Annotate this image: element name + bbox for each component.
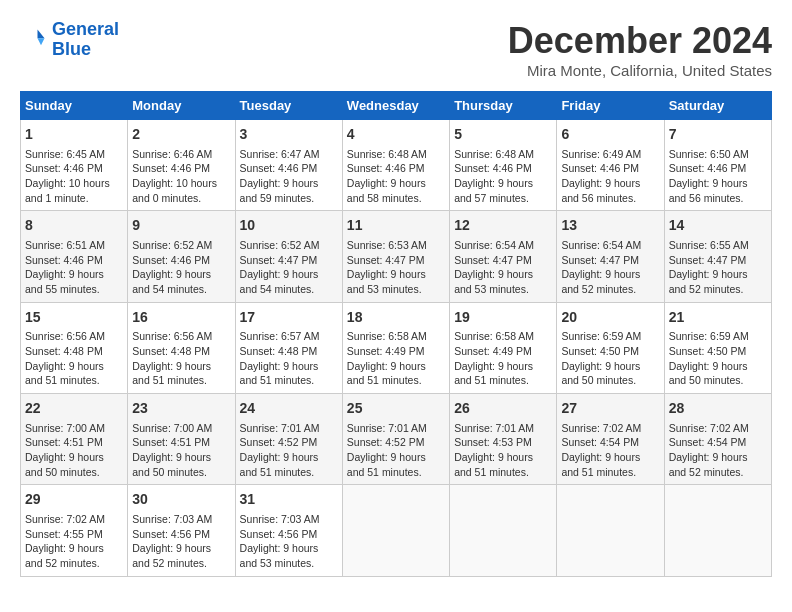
empty-cell xyxy=(557,485,664,576)
day-number: 4 xyxy=(347,125,445,145)
calendar-title: December 2024 xyxy=(508,20,772,62)
day-number: 23 xyxy=(132,399,230,419)
day-info: Sunrise: 7:02 AM Sunset: 4:55 PM Dayligh… xyxy=(25,512,123,571)
day-number: 12 xyxy=(454,216,552,236)
day-cell-24: 24Sunrise: 7:01 AM Sunset: 4:52 PM Dayli… xyxy=(235,394,342,485)
day-cell-26: 26Sunrise: 7:01 AM Sunset: 4:53 PM Dayli… xyxy=(450,394,557,485)
day-header-monday: Monday xyxy=(128,92,235,120)
day-number: 26 xyxy=(454,399,552,419)
day-info: Sunrise: 7:00 AM Sunset: 4:51 PM Dayligh… xyxy=(25,421,123,480)
day-info: Sunrise: 7:03 AM Sunset: 4:56 PM Dayligh… xyxy=(240,512,338,571)
day-header-tuesday: Tuesday xyxy=(235,92,342,120)
day-number: 1 xyxy=(25,125,123,145)
day-number: 27 xyxy=(561,399,659,419)
day-header-friday: Friday xyxy=(557,92,664,120)
logo-line2: Blue xyxy=(52,39,91,59)
day-info: Sunrise: 7:03 AM Sunset: 4:56 PM Dayligh… xyxy=(132,512,230,571)
day-cell-9: 9Sunrise: 6:52 AM Sunset: 4:46 PM Daylig… xyxy=(128,211,235,302)
svg-marker-2 xyxy=(38,38,45,45)
logo-icon xyxy=(20,26,48,54)
day-cell-8: 8Sunrise: 6:51 AM Sunset: 4:46 PM Daylig… xyxy=(21,211,128,302)
day-cell-5: 5Sunrise: 6:48 AM Sunset: 4:46 PM Daylig… xyxy=(450,120,557,211)
day-info: Sunrise: 6:58 AM Sunset: 4:49 PM Dayligh… xyxy=(347,329,445,388)
day-number: 6 xyxy=(561,125,659,145)
day-info: Sunrise: 7:00 AM Sunset: 4:51 PM Dayligh… xyxy=(132,421,230,480)
day-info: Sunrise: 6:56 AM Sunset: 4:48 PM Dayligh… xyxy=(25,329,123,388)
day-number: 7 xyxy=(669,125,767,145)
day-info: Sunrise: 6:57 AM Sunset: 4:48 PM Dayligh… xyxy=(240,329,338,388)
day-number: 22 xyxy=(25,399,123,419)
day-info: Sunrise: 6:51 AM Sunset: 4:46 PM Dayligh… xyxy=(25,238,123,297)
day-number: 3 xyxy=(240,125,338,145)
logo-text: General Blue xyxy=(52,20,119,60)
day-info: Sunrise: 6:59 AM Sunset: 4:50 PM Dayligh… xyxy=(561,329,659,388)
day-number: 13 xyxy=(561,216,659,236)
day-cell-31: 31Sunrise: 7:03 AM Sunset: 4:56 PM Dayli… xyxy=(235,485,342,576)
day-header-sunday: Sunday xyxy=(21,92,128,120)
day-info: Sunrise: 6:48 AM Sunset: 4:46 PM Dayligh… xyxy=(454,147,552,206)
day-info: Sunrise: 6:56 AM Sunset: 4:48 PM Dayligh… xyxy=(132,329,230,388)
day-cell-6: 6Sunrise: 6:49 AM Sunset: 4:46 PM Daylig… xyxy=(557,120,664,211)
week-row-5: 29Sunrise: 7:02 AM Sunset: 4:55 PM Dayli… xyxy=(21,485,772,576)
day-number: 2 xyxy=(132,125,230,145)
day-cell-17: 17Sunrise: 6:57 AM Sunset: 4:48 PM Dayli… xyxy=(235,302,342,393)
day-number: 10 xyxy=(240,216,338,236)
day-number: 11 xyxy=(347,216,445,236)
week-row-2: 8Sunrise: 6:51 AM Sunset: 4:46 PM Daylig… xyxy=(21,211,772,302)
day-cell-25: 25Sunrise: 7:01 AM Sunset: 4:52 PM Dayli… xyxy=(342,394,449,485)
week-row-1: 1Sunrise: 6:45 AM Sunset: 4:46 PM Daylig… xyxy=(21,120,772,211)
day-info: Sunrise: 6:54 AM Sunset: 4:47 PM Dayligh… xyxy=(561,238,659,297)
calendar-subtitle: Mira Monte, California, United States xyxy=(508,62,772,79)
day-cell-19: 19Sunrise: 6:58 AM Sunset: 4:49 PM Dayli… xyxy=(450,302,557,393)
day-info: Sunrise: 6:58 AM Sunset: 4:49 PM Dayligh… xyxy=(454,329,552,388)
day-cell-18: 18Sunrise: 6:58 AM Sunset: 4:49 PM Dayli… xyxy=(342,302,449,393)
day-number: 9 xyxy=(132,216,230,236)
day-number: 25 xyxy=(347,399,445,419)
day-cell-20: 20Sunrise: 6:59 AM Sunset: 4:50 PM Dayli… xyxy=(557,302,664,393)
day-number: 18 xyxy=(347,308,445,328)
empty-cell xyxy=(450,485,557,576)
day-number: 17 xyxy=(240,308,338,328)
day-number: 21 xyxy=(669,308,767,328)
day-info: Sunrise: 6:53 AM Sunset: 4:47 PM Dayligh… xyxy=(347,238,445,297)
day-cell-29: 29Sunrise: 7:02 AM Sunset: 4:55 PM Dayli… xyxy=(21,485,128,576)
day-cell-28: 28Sunrise: 7:02 AM Sunset: 4:54 PM Dayli… xyxy=(664,394,771,485)
day-cell-10: 10Sunrise: 6:52 AM Sunset: 4:47 PM Dayli… xyxy=(235,211,342,302)
day-cell-3: 3Sunrise: 6:47 AM Sunset: 4:46 PM Daylig… xyxy=(235,120,342,211)
day-info: Sunrise: 6:45 AM Sunset: 4:46 PM Dayligh… xyxy=(25,147,123,206)
day-cell-16: 16Sunrise: 6:56 AM Sunset: 4:48 PM Dayli… xyxy=(128,302,235,393)
day-header-wednesday: Wednesday xyxy=(342,92,449,120)
day-cell-1: 1Sunrise: 6:45 AM Sunset: 4:46 PM Daylig… xyxy=(21,120,128,211)
days-header-row: SundayMondayTuesdayWednesdayThursdayFrid… xyxy=(21,92,772,120)
week-row-3: 15Sunrise: 6:56 AM Sunset: 4:48 PM Dayli… xyxy=(21,302,772,393)
day-number: 16 xyxy=(132,308,230,328)
day-info: Sunrise: 6:50 AM Sunset: 4:46 PM Dayligh… xyxy=(669,147,767,206)
day-info: Sunrise: 7:02 AM Sunset: 4:54 PM Dayligh… xyxy=(561,421,659,480)
logo: General Blue xyxy=(20,20,119,60)
week-row-4: 22Sunrise: 7:00 AM Sunset: 4:51 PM Dayli… xyxy=(21,394,772,485)
day-info: Sunrise: 6:48 AM Sunset: 4:46 PM Dayligh… xyxy=(347,147,445,206)
day-info: Sunrise: 7:01 AM Sunset: 4:52 PM Dayligh… xyxy=(347,421,445,480)
logo-line1: General xyxy=(52,19,119,39)
header: General Blue December 2024 Mira Monte, C… xyxy=(20,20,772,79)
day-cell-11: 11Sunrise: 6:53 AM Sunset: 4:47 PM Dayli… xyxy=(342,211,449,302)
day-number: 5 xyxy=(454,125,552,145)
day-cell-13: 13Sunrise: 6:54 AM Sunset: 4:47 PM Dayli… xyxy=(557,211,664,302)
day-cell-21: 21Sunrise: 6:59 AM Sunset: 4:50 PM Dayli… xyxy=(664,302,771,393)
day-cell-30: 30Sunrise: 7:03 AM Sunset: 4:56 PM Dayli… xyxy=(128,485,235,576)
day-cell-14: 14Sunrise: 6:55 AM Sunset: 4:47 PM Dayli… xyxy=(664,211,771,302)
day-info: Sunrise: 6:54 AM Sunset: 4:47 PM Dayligh… xyxy=(454,238,552,297)
calendar-table: SundayMondayTuesdayWednesdayThursdayFrid… xyxy=(20,91,772,577)
day-info: Sunrise: 7:01 AM Sunset: 4:52 PM Dayligh… xyxy=(240,421,338,480)
day-number: 24 xyxy=(240,399,338,419)
day-cell-15: 15Sunrise: 6:56 AM Sunset: 4:48 PM Dayli… xyxy=(21,302,128,393)
day-info: Sunrise: 6:55 AM Sunset: 4:47 PM Dayligh… xyxy=(669,238,767,297)
day-info: Sunrise: 6:49 AM Sunset: 4:46 PM Dayligh… xyxy=(561,147,659,206)
day-header-saturday: Saturday xyxy=(664,92,771,120)
day-info: Sunrise: 6:59 AM Sunset: 4:50 PM Dayligh… xyxy=(669,329,767,388)
day-header-thursday: Thursday xyxy=(450,92,557,120)
day-number: 30 xyxy=(132,490,230,510)
day-number: 15 xyxy=(25,308,123,328)
day-cell-22: 22Sunrise: 7:00 AM Sunset: 4:51 PM Dayli… xyxy=(21,394,128,485)
day-info: Sunrise: 6:52 AM Sunset: 4:47 PM Dayligh… xyxy=(240,238,338,297)
